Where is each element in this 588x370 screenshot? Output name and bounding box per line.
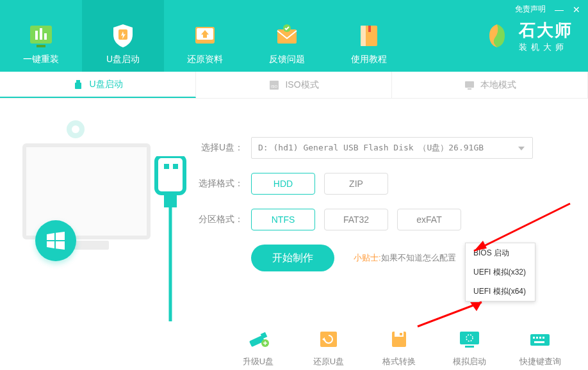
svg-text:ISO: ISO (271, 84, 278, 88)
svg-rect-1 (35, 31, 38, 40)
svg-point-22 (72, 125, 79, 133)
svg-rect-44 (534, 341, 544, 343)
nav-restore[interactable]: 还原资料 (164, 0, 246, 72)
nav-label: 一键重装 (23, 54, 59, 65)
minimize-button[interactable]: ― (555, 4, 564, 15)
nav-label: 反馈问题 (269, 54, 305, 65)
monitor-icon (464, 79, 475, 91)
subtab-label: U盘启动 (89, 79, 122, 90)
restore-icon (316, 329, 341, 350)
svg-rect-35 (400, 333, 402, 335)
format-options: HDD ZIP (251, 173, 388, 195)
partition-label: 分区格式： (192, 214, 243, 225)
svg-rect-20 (468, 88, 471, 90)
gear-icon (64, 118, 87, 141)
usb-cable-graphic (145, 156, 196, 323)
iso-icon: ISO (268, 79, 280, 91)
keyboard-icon (528, 329, 552, 350)
envelope-icon (274, 22, 300, 49)
tools-row: 升级U盘 还原U盘 格式转换 模拟启动 快捷键查询 (0, 316, 588, 370)
usb-upgrade-icon (246, 329, 270, 350)
svg-rect-3 (44, 33, 47, 40)
svg-rect-38 (465, 346, 474, 348)
svg-rect-24 (164, 164, 169, 169)
tool-label: 升级U盘 (243, 356, 274, 367)
svg-rect-14 (368, 26, 371, 32)
window-controls: 免责声明 ― ✕ (515, 4, 580, 15)
brand-subtitle: 装机大师 (519, 42, 573, 53)
nav-reinstall[interactable]: 一键重装 (0, 0, 82, 72)
svg-rect-40 (533, 337, 535, 339)
simulate-icon (457, 329, 482, 350)
subtab-local[interactable]: 本地模式 (392, 72, 588, 98)
start-button[interactable]: 开始制作 (251, 245, 334, 271)
nav-usb-boot[interactable]: U盘启动 (82, 0, 164, 72)
shield-icon (110, 22, 136, 49)
tool-label: 格式转换 (382, 356, 416, 367)
tool-simulate[interactable]: 模拟启动 (447, 329, 492, 367)
format-hdd[interactable]: HDD (251, 173, 315, 195)
format-label: 选择格式： (192, 178, 243, 189)
subtab-usb-boot[interactable]: U盘启动 (0, 72, 196, 98)
svg-rect-2 (40, 28, 42, 40)
popup-uefi-x32[interactable]: UEFI 模拟(x32) (466, 262, 535, 282)
svg-rect-23 (156, 156, 184, 193)
tip-label: 小贴士: (354, 253, 381, 262)
svg-rect-26 (164, 193, 177, 207)
subtab-label: 本地模式 (480, 79, 516, 91)
svg-rect-15 (76, 80, 80, 83)
tip-body: 如果不知道怎么配置 (381, 253, 456, 262)
nav-feedback[interactable]: 反馈问题 (246, 0, 328, 72)
nav-label: 使用教程 (351, 54, 387, 65)
svg-rect-25 (173, 164, 178, 169)
svg-rect-41 (536, 337, 538, 339)
row-select-usb: 选择U盘： D: (hd1) General USB Flash Disk （U… (192, 137, 569, 159)
nav-tutorial[interactable]: 使用教程 (328, 0, 410, 72)
subtab-label: ISO模式 (285, 79, 318, 91)
tool-label: 快捷键查询 (519, 356, 561, 367)
svg-rect-36 (460, 332, 479, 344)
header: 免责声明 ― ✕ 一键重装 U盘启动 还原资料 反馈问题 使用教程 (0, 0, 588, 72)
svg-rect-43 (543, 337, 544, 339)
book-icon (355, 22, 382, 49)
svg-rect-4 (37, 45, 45, 47)
tool-format-convert[interactable]: 格式转换 (377, 329, 421, 367)
popup-bios[interactable]: BIOS 启动 (466, 243, 535, 262)
subtab-iso[interactable]: ISO ISO模式 (196, 72, 392, 98)
row-partition: 分区格式： NTFS FAT32 exFAT (192, 209, 569, 230)
partition-exfat[interactable]: exFAT (397, 209, 461, 230)
svg-rect-19 (465, 81, 474, 88)
brand-text: 石大师 装机大师 (519, 19, 573, 53)
row-format: 选择格式： HDD ZIP (192, 173, 569, 195)
subtabs: U盘启动 ISO ISO模式 本地模式 (0, 72, 588, 99)
tool-upgrade[interactable]: 升级U盘 (236, 329, 281, 367)
partition-options: NTFS FAT32 exFAT (251, 209, 461, 230)
svg-rect-42 (539, 337, 541, 339)
usb-select[interactable]: D: (hd1) General USB Flash Disk （U盘）26.9… (251, 137, 533, 159)
upload-box-icon (192, 22, 218, 49)
nav-label: U盘启动 (106, 54, 140, 65)
illustration (19, 118, 192, 310)
usb-select-value: D: (hd1) General USB Flash Disk （U盘）26.9… (258, 142, 484, 154)
bar-chart-icon (28, 22, 54, 49)
popup-uefi-x64[interactable]: UEFI 模拟(x64) (466, 282, 535, 301)
select-usb-label: 选择U盘： (192, 142, 243, 154)
windows-icon (35, 220, 76, 261)
disk-icon (387, 329, 411, 350)
brand-logo-icon (482, 20, 512, 51)
svg-rect-39 (530, 334, 550, 346)
tool-hotkey[interactable]: 快捷键查询 (518, 329, 562, 367)
nav-label: 还原资料 (187, 54, 223, 65)
simulate-popup: BIOS 启动 UEFI 模拟(x32) UEFI 模拟(x64) (465, 243, 535, 302)
svg-rect-16 (75, 83, 81, 89)
usb-icon (72, 79, 84, 90)
svg-rect-13 (361, 26, 366, 46)
format-zip[interactable]: ZIP (324, 173, 388, 195)
tool-label: 还原U盘 (313, 356, 344, 367)
partition-fat32[interactable]: FAT32 (324, 209, 388, 230)
tool-restore-usb[interactable]: 还原U盘 (306, 329, 351, 367)
brand-title: 石大师 (519, 19, 573, 42)
close-button[interactable]: ✕ (573, 4, 580, 15)
disclaimer-link[interactable]: 免责声明 (515, 4, 546, 15)
partition-ntfs[interactable]: NTFS (251, 209, 315, 230)
